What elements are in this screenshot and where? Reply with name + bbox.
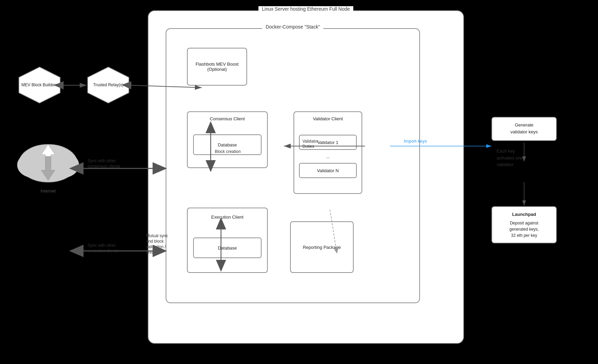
mev-builders-label: MEV Block Builders bbox=[17, 65, 62, 105]
internet-cloud: Internet bbox=[14, 134, 82, 199]
execution-db: Database bbox=[193, 238, 262, 258]
svg-text:execution clients: execution clients bbox=[88, 249, 118, 253]
docker-box: Docker-Compose "Stack" Flashbots MEV Boo… bbox=[166, 28, 420, 303]
reporting-label: Reporting Package bbox=[303, 245, 341, 250]
execution-title: Execution Client bbox=[188, 214, 267, 220]
consensus-title: Consensus Client bbox=[188, 116, 267, 121]
consensus-db: Database bbox=[193, 134, 262, 155]
validator-n: Validator N bbox=[299, 163, 357, 178]
flashbots-label: Flashbots MEV Boost (Optional) bbox=[190, 62, 244, 72]
validator-title: Validator Client bbox=[294, 116, 362, 121]
mev-builders-hex: MEV Block Builders bbox=[17, 65, 62, 105]
generate-keys-label: Generate validator keys bbox=[496, 122, 552, 135]
svg-text:Sync with other: Sync with other bbox=[88, 158, 116, 163]
validator-outer: Validator Client Validator 1 ... Validat… bbox=[294, 111, 362, 194]
diagram-area: Linux Server hosting Ethereum Full Node … bbox=[0, 0, 598, 364]
reporting-box: Reporting Package bbox=[290, 221, 354, 273]
trusted-relay-label: Trusted Relay(s) bbox=[86, 65, 131, 105]
docker-label: Docker-Compose "Stack" bbox=[262, 24, 323, 30]
linux-server-box: Linux Server hosting Ethereum Full Node … bbox=[148, 10, 464, 344]
trusted-relay-hex: Trusted Relay(s) bbox=[86, 65, 131, 105]
generate-keys-box: Generate validator keys bbox=[491, 117, 557, 141]
validator-dots: ... bbox=[294, 154, 362, 159]
launchpad-box: Launchpad Deposit against generated keys… bbox=[491, 206, 557, 243]
internet-label: Internet bbox=[14, 188, 82, 194]
validator-1: Validator 1 bbox=[299, 135, 357, 150]
each-key-text: Each key activates one validator bbox=[497, 148, 523, 168]
linux-server-label: Linux Server hosting Ethereum Full Node bbox=[258, 6, 353, 12]
consensus-outer: Consensus Client Database bbox=[187, 111, 268, 168]
launchpad-title: Launchpad bbox=[496, 211, 552, 218]
execution-outer: Execution Client Database bbox=[187, 208, 268, 273]
svg-text:consensus clients: consensus clients bbox=[88, 164, 120, 169]
launchpad-deposit: Deposit against generated keys, 32 eth p… bbox=[496, 220, 552, 239]
flashbots-box: Flashbots MEV Boost (Optional) bbox=[187, 48, 247, 86]
cloud-svg bbox=[14, 134, 82, 189]
svg-text:Sync with other: Sync with other bbox=[88, 243, 116, 248]
